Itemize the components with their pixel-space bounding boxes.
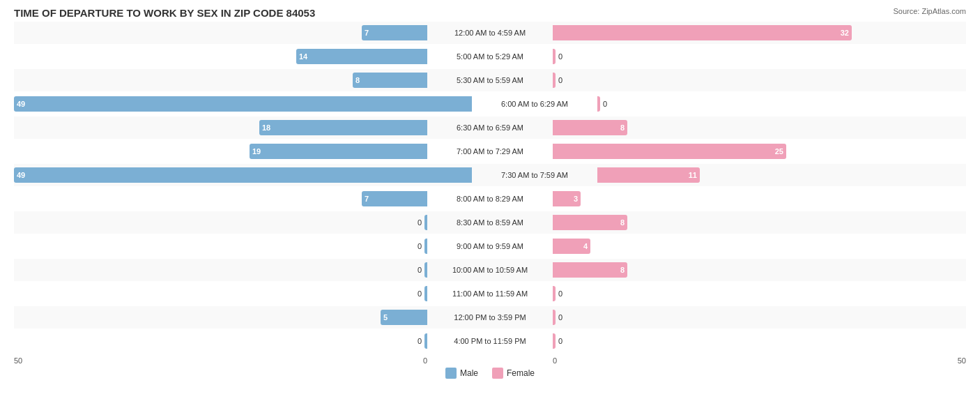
- chart-title: TIME OF DEPARTURE TO WORK BY SEX IN ZIP …: [14, 7, 966, 19]
- table-row: 145:00 AM to 5:29 AM0: [14, 45, 966, 68]
- female-value: 32: [841, 29, 849, 37]
- male-bar: 8: [353, 73, 427, 88]
- female-bar-section: 0: [553, 306, 966, 329]
- time-label: 8:30 AM to 8:59 AM: [427, 218, 553, 227]
- male-bar-section: 0: [14, 330, 427, 352]
- male-value: 7: [365, 29, 369, 37]
- female-value: 25: [775, 147, 783, 156]
- female-value: 3: [574, 195, 578, 203]
- male-value: 49: [17, 100, 25, 108]
- table-row: 197:00 AM to 7:29 AM25: [14, 140, 966, 163]
- female-bar: 25: [553, 144, 786, 159]
- male-bar: 7: [362, 191, 427, 206]
- table-row: 011:00 AM to 11:59 AM0: [14, 282, 966, 305]
- time-label: 11:00 AM to 11:59 AM: [427, 289, 553, 298]
- table-row: 497:30 AM to 7:59 AM11: [14, 164, 966, 186]
- female-bar-section: 25: [553, 140, 966, 163]
- time-label: 6:00 AM to 6:29 AM: [472, 100, 597, 108]
- male-value: 5: [383, 313, 388, 322]
- legend-female: Female: [492, 368, 535, 379]
- male-bar-section: 7: [14, 22, 427, 44]
- female-bar-wrap: 0: [553, 306, 966, 329]
- male-bar-wrap: 0: [14, 330, 427, 352]
- female-bar: 8: [553, 215, 627, 230]
- male-bar-wrap: 14: [14, 45, 427, 68]
- female-value: 0: [556, 313, 562, 322]
- table-row: 08:30 AM to 8:59 AM8: [14, 211, 966, 234]
- female-bar-wrap: 8: [553, 211, 966, 234]
- male-bar-wrap: 49: [14, 93, 472, 115]
- female-bar-section: 0: [553, 282, 966, 305]
- female-bar-section: 8: [553, 211, 966, 234]
- female-bar: 3: [553, 191, 581, 206]
- female-bar-wrap: 8: [553, 116, 966, 139]
- time-label: 10:00 AM to 10:59 AM: [427, 266, 553, 274]
- table-row: 712:00 AM to 4:59 AM32: [14, 22, 966, 44]
- source-text: Source: ZipAtlas.com: [893, 7, 966, 15]
- chart-container: TIME OF DEPARTURE TO WORK BY SEX IN ZIP …: [0, 0, 980, 415]
- female-bar: 0: [597, 96, 600, 112]
- female-bar-section: 4: [553, 235, 966, 257]
- female-bar-section: 8: [553, 259, 966, 281]
- male-bar-section: 5: [14, 306, 427, 329]
- table-row: 512:00 PM to 3:59 PM0: [14, 306, 966, 329]
- table-row: 010:00 AM to 10:59 AM8: [14, 259, 966, 281]
- axis-label-0-right: 0: [553, 356, 557, 365]
- female-bar-wrap: 25: [553, 140, 966, 163]
- male-value: 0: [418, 266, 424, 274]
- female-bar: 0: [553, 333, 556, 349]
- time-label: 5:30 AM to 5:59 AM: [427, 76, 553, 84]
- male-bar-wrap: 7: [14, 188, 427, 210]
- male-value: 0: [418, 289, 424, 298]
- time-label: 7:30 AM to 7:59 AM: [472, 171, 597, 179]
- male-bar-section: 0: [14, 211, 427, 234]
- axis-label-50-right: 50: [958, 356, 966, 365]
- male-bar-wrap: 0: [14, 282, 427, 305]
- female-bar: 4: [553, 239, 590, 254]
- legend-male-box: [445, 368, 457, 379]
- female-bar-section: 0: [553, 45, 966, 68]
- male-value: 0: [418, 337, 424, 345]
- male-bar-wrap: 0: [14, 235, 427, 257]
- time-label: 7:00 AM to 7:29 AM: [427, 147, 553, 156]
- axis-label-50-left: 50: [14, 356, 22, 365]
- table-row: 186:30 AM to 6:59 AM8: [14, 116, 966, 139]
- axis-right: 0 50: [553, 356, 966, 365]
- axis-left: 50 0: [14, 356, 427, 365]
- axis-label-0-left: 0: [423, 356, 427, 365]
- male-value: 49: [17, 171, 25, 179]
- time-label: 4:00 PM to 11:59 PM: [427, 337, 553, 345]
- table-row: 09:00 AM to 9:59 AM4: [14, 235, 966, 257]
- female-bar: 11: [597, 167, 700, 183]
- female-value: 8: [620, 123, 625, 132]
- male-bar: 49: [14, 167, 472, 183]
- male-value: 14: [299, 52, 307, 61]
- female-value: 0: [556, 52, 562, 61]
- legend-female-box: [492, 368, 503, 379]
- legend-male: Male: [445, 368, 478, 379]
- male-bar-wrap: 8: [14, 69, 427, 91]
- male-bar: 19: [250, 144, 427, 159]
- male-bar-wrap: 0: [14, 211, 427, 234]
- female-bar: 0: [553, 310, 556, 325]
- female-bar-section: 11: [597, 164, 966, 186]
- legend: Male Female: [14, 368, 966, 379]
- male-bar: 5: [381, 310, 427, 325]
- legend-male-label: Male: [460, 368, 478, 378]
- female-bar: 0: [553, 286, 556, 301]
- female-bar-wrap: 0: [553, 45, 966, 68]
- male-bar-wrap: 49: [14, 164, 472, 186]
- male-value: 18: [262, 123, 270, 132]
- female-value: 8: [620, 218, 625, 227]
- female-bar: 8: [553, 262, 627, 278]
- female-value: 8: [620, 266, 625, 274]
- female-bar-section: 3: [553, 188, 966, 210]
- male-bar: 7: [362, 25, 427, 40]
- table-row: 78:00 AM to 8:29 AM3: [14, 188, 966, 210]
- time-label: 12:00 PM to 3:59 PM: [427, 313, 553, 322]
- male-bar-section: 49: [14, 164, 472, 186]
- male-bar-section: 19: [14, 140, 427, 163]
- female-bar-section: 0: [553, 330, 966, 352]
- male-bar-wrap: 7: [14, 22, 427, 44]
- male-bar-section: 18: [14, 116, 427, 139]
